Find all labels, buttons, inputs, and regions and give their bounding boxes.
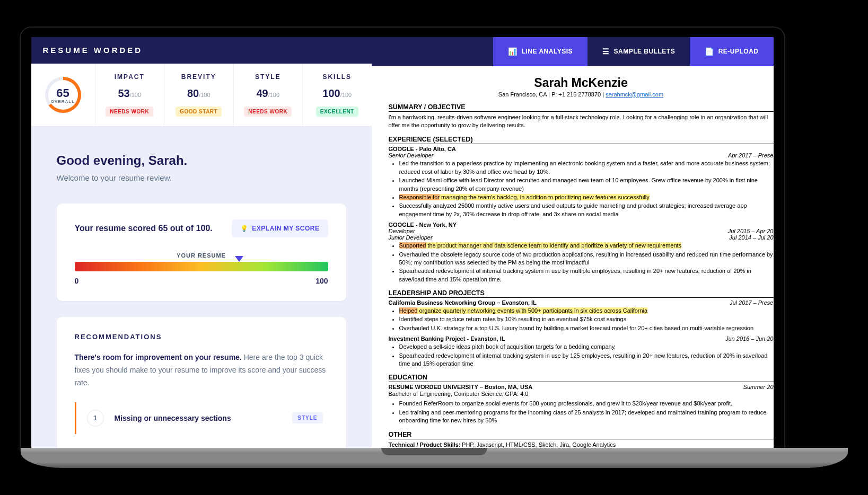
- resume-contact: San Francisco, CA | P: +1 215 2778870 | …: [389, 91, 774, 98]
- email-link[interactable]: sarahmck@gmail.com: [606, 91, 663, 98]
- bullet[interactable]: Launched Miami office with lead Director…: [399, 176, 774, 193]
- recommendations-title: RECOMMENDATIONS: [75, 333, 328, 341]
- subgreeting: Welcome to your resume review.: [57, 173, 346, 182]
- recommendation-text: Missing or unnecessary sections: [115, 414, 282, 422]
- app-header: RESUME WORDED: [31, 37, 372, 64]
- bullet[interactable]: Overhauled U.K. strategy for a top U.S. …: [399, 324, 774, 332]
- explain-score-button[interactable]: 💡 EXPLAIN MY SCORE: [232, 219, 328, 237]
- bullet[interactable]: Responsible for managing the team's back…: [399, 193, 774, 201]
- score-col-style[interactable]: STYLE 49/100 NEEDS WORK: [233, 64, 303, 126]
- tab-line-analysis[interactable]: 📊 LINE ANALYSIS: [493, 37, 588, 66]
- section-education: EDUCATION: [389, 374, 774, 382]
- section-leadership: LEADERSHIP AND PROJECTS: [389, 289, 774, 298]
- recommendation-item[interactable]: 1 Missing or unnecessary sections STYLE: [75, 402, 328, 434]
- bullet[interactable]: Successfully analyzed 25000 monthly acti…: [399, 202, 774, 218]
- resume-name: Sarah McKenzie: [389, 76, 774, 90]
- recommendations-card: RECOMMENDATIONS There's room for improve…: [57, 317, 346, 449]
- overall-score-value: 65: [56, 86, 69, 100]
- greeting: Good evening, Sarah.: [57, 153, 346, 168]
- gauge-max: 100: [315, 277, 328, 285]
- gauge-pointer-icon: [235, 256, 243, 262]
- score-card-title: Your resume scored 65 out of 100.: [75, 224, 213, 233]
- recommendation-tag: STYLE: [292, 412, 322, 423]
- overall-label: OVERALL: [51, 99, 75, 104]
- bullet[interactable]: Spearheaded redevelopment of internal tr…: [399, 352, 774, 368]
- analysis-icon: 📊: [508, 47, 518, 56]
- section-other: OTHER: [389, 431, 774, 439]
- bullet[interactable]: Identified steps to reduce return rates …: [399, 315, 774, 323]
- bullet[interactable]: Founded ReferRoom to organize social eve…: [399, 400, 774, 408]
- summary-text: I'm a hardworking, results-driven softwa…: [389, 113, 774, 130]
- overall-score: 65 OVERALL: [31, 64, 95, 126]
- section-experience: EXPERIENCE (SELECTED): [389, 136, 774, 144]
- score-card: Your resume scored 65 out of 100. 💡 EXPL…: [57, 204, 346, 301]
- gauge-label: YOUR RESUME: [75, 252, 328, 259]
- score-col-impact[interactable]: IMPACT 53/100 NEEDS WORK: [95, 64, 164, 126]
- bullet[interactable]: Led the transition to a paperless practi…: [399, 160, 774, 176]
- tab-reupload[interactable]: 📄 RE-UPLOAD: [690, 37, 773, 66]
- bullet[interactable]: Developed a sell-side ideas pitch book o…: [399, 343, 774, 351]
- score-col-skills[interactable]: SKILLS 100/100 EXCELLENT: [302, 64, 372, 126]
- tab-sample-bullets[interactable]: ☰ SAMPLE BULLETS: [588, 37, 690, 66]
- upload-icon: 📄: [705, 47, 714, 56]
- list-icon: ☰: [602, 47, 610, 56]
- logo: RESUME WORDED: [31, 46, 143, 55]
- recommendation-number: 1: [87, 410, 104, 427]
- bullet[interactable]: Spearheaded redevelopment of internal tr…: [399, 267, 774, 284]
- bullet[interactable]: Led training and peer-mentoring programs…: [399, 409, 774, 425]
- gauge-min: 0: [75, 277, 79, 285]
- recommendations-intro: There's room for improvement on your res…: [75, 351, 328, 389]
- score-col-brevity[interactable]: BREVITY 80/100 GOOD START: [164, 64, 233, 126]
- score-gauge: [75, 262, 328, 271]
- bullet[interactable]: Supported the product manager and data s…: [399, 242, 774, 250]
- bullet[interactable]: Helped organize quarterly networking eve…: [399, 307, 774, 315]
- lightbulb-icon: 💡: [240, 225, 249, 232]
- section-summary: SUMMARY / OBJECTIVE: [389, 103, 774, 112]
- resume-preview[interactable]: Sarah McKenzie San Francisco, CA | P: +1…: [372, 66, 774, 450]
- bullet[interactable]: Overhauled the obsolete legacy source co…: [399, 251, 774, 267]
- right-header: 📊 LINE ANALYSIS ☰ SAMPLE BULLETS 📄 RE-UP…: [372, 37, 774, 66]
- score-summary-bar: 65 OVERALL IMPACT 53/100 NEEDS WORK BREV…: [31, 64, 372, 127]
